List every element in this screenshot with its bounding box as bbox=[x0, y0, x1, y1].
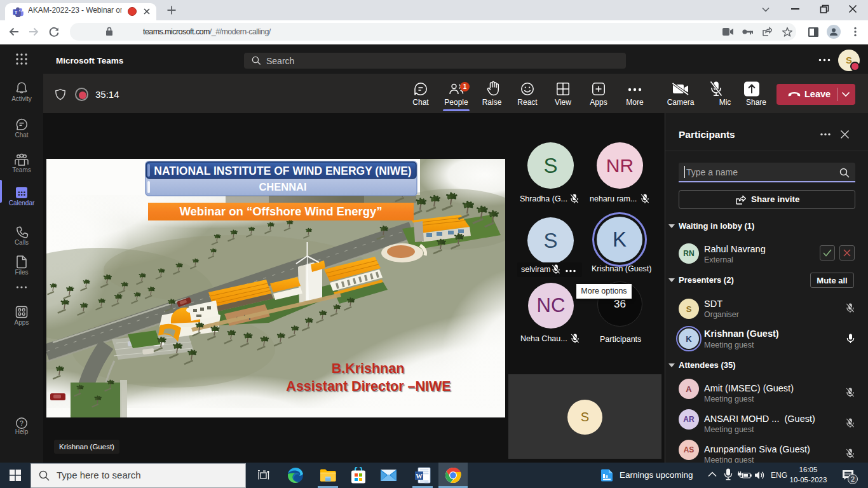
svg-text:W: W bbox=[416, 473, 423, 480]
svg-text:NATIONAL INSTITUTE OF WIND ENE: NATIONAL INSTITUTE OF WIND ENERGY (NIWE) bbox=[154, 165, 411, 177]
svg-text:B.Krishnan: B.Krishnan bbox=[332, 361, 405, 376]
svg-text:T: T bbox=[15, 10, 18, 15]
svg-text:?: ? bbox=[20, 419, 24, 427]
svg-text:Assistant Director –NIWE: Assistant Director –NIWE bbox=[286, 379, 451, 394]
svg-text:Webinar on “Offshore Wind Ener: Webinar on “Offshore Wind Energy” bbox=[179, 205, 382, 218]
svg-text:CHENNAI: CHENNAI bbox=[259, 181, 306, 193]
